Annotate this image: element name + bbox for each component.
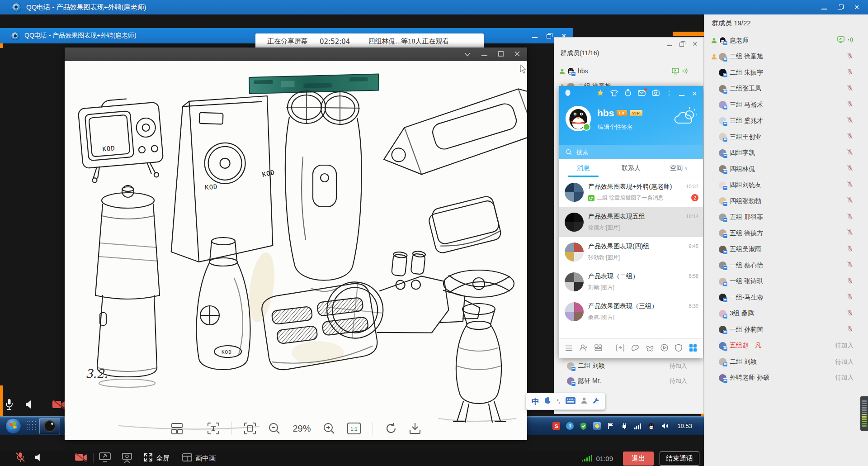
security-icon[interactable] [675, 344, 682, 353]
camera-off-icon[interactable] [52, 399, 66, 412]
start-button[interactable] [5, 418, 21, 434]
help-tray-icon[interactable]: ? [566, 422, 574, 430]
weather-icon[interactable] [673, 107, 697, 128]
ime-user-icon[interactable] [581, 397, 587, 406]
member-row[interactable]: 懿轩 Mr. 待加入 [559, 374, 694, 388]
close-icon[interactable] [692, 41, 698, 47]
edge-volume-meter[interactable] [860, 396, 868, 431]
quick-launch-area[interactable] [26, 420, 36, 432]
member-row[interactable]: 二组 刘颖 待加入 [559, 359, 694, 373]
member-row[interactable]: 扈老师 [707, 33, 865, 49]
layout-icon[interactable] [171, 423, 183, 435]
timer-icon[interactable] [624, 89, 632, 98]
member-row[interactable]: 一组 蔡心怡 [707, 257, 865, 274]
end-call-button[interactable]: 结束通话 [660, 452, 699, 466]
pip-icon[interactable] [182, 453, 192, 463]
member-row[interactable]: 二组 刘颖待加入 [707, 354, 865, 370]
maximize-icon[interactable] [498, 51, 504, 57]
member-row[interactable]: 一组 孙莉茜 [707, 322, 865, 338]
message-item[interactable]: 产品效果图表现(四)组9:45张勃勃:[图片] [559, 237, 703, 267]
volume-tray-icon[interactable] [661, 422, 669, 430]
member-row[interactable]: 三组 盛兆才 [707, 113, 865, 129]
user-avatar[interactable] [566, 106, 591, 131]
star-icon[interactable] [597, 89, 604, 98]
qq-show-icon[interactable] [631, 344, 639, 353]
mini-window-icon[interactable] [616, 344, 624, 353]
mail-icon[interactable] [638, 90, 646, 98]
download-icon[interactable] [409, 422, 421, 435]
network-signal-tray-icon[interactable] [634, 422, 642, 430]
chevron-down-icon[interactable] [464, 51, 471, 57]
restore-icon[interactable] [837, 5, 844, 10]
member-row[interactable]: 四组林侃 [707, 161, 865, 177]
ime-punctuation-icon[interactable]: °, [557, 398, 560, 404]
zoom-in-icon[interactable] [323, 422, 335, 435]
apps-grid-icon[interactable] [689, 344, 697, 354]
member-row[interactable]: 三组 马裕禾 [707, 97, 865, 113]
speaker-icon[interactable] [34, 453, 43, 464]
game-center-icon[interactable] [646, 344, 654, 353]
speaker-icon[interactable] [25, 399, 35, 411]
taskbar-clock[interactable]: 10:53 [677, 423, 692, 429]
minimize-icon[interactable] [679, 91, 685, 96]
whiteboard-icon[interactable] [122, 452, 132, 465]
ime-chinese-mode-icon[interactable]: 中 [532, 396, 539, 407]
fit-screen-icon[interactable] [244, 422, 256, 435]
power-plug-tray-icon[interactable] [620, 422, 628, 430]
main-menu-icon[interactable] [565, 345, 573, 353]
member-row[interactable]: 一组-马生蓉 [707, 290, 865, 306]
ime-keyboard-icon[interactable] [566, 397, 576, 406]
member-row[interactable]: 四组刘统友 [707, 177, 865, 194]
signature-link[interactable]: 编辑个性签名 [598, 123, 633, 131]
ime-halfmoon-icon[interactable] [545, 397, 551, 405]
ocr-extract-icon[interactable] [207, 422, 220, 435]
close-icon[interactable] [691, 91, 698, 96]
minimize-icon[interactable] [532, 33, 538, 38]
member-row[interactable]: 四组李凯 [707, 145, 865, 162]
shield-tray-icon[interactable] [580, 422, 587, 430]
exit-button[interactable]: 退出 [623, 452, 654, 466]
member-row[interactable]: 外聘老师 孙硕待加入 [707, 370, 865, 386]
taskbar-item-active[interactable] [39, 418, 60, 434]
member-row[interactable]: 二组 朱振宇 [707, 65, 865, 81]
video-icon[interactable] [660, 344, 668, 353]
camera-icon[interactable] [652, 90, 660, 98]
qq-penguin-tray-icon[interactable] [647, 422, 655, 430]
fullscreen-icon[interactable] [144, 453, 153, 464]
member-row[interactable]: 四组张勃勃 [707, 193, 865, 209]
member-row[interactable]: 三组王创业 [707, 129, 865, 145]
flag-tray-icon[interactable] [607, 422, 614, 430]
more-menu-icon[interactable]: ⋮ [666, 91, 672, 96]
share-screen-icon[interactable] [99, 452, 111, 464]
ime-wrench-icon[interactable] [593, 397, 599, 406]
member-row[interactable]: 五组吴淑雨 [707, 242, 865, 258]
search-input[interactable] [576, 148, 668, 156]
app-tray-icon[interactable] [593, 422, 601, 430]
member-row[interactable]: 五组赵一凡待加入 [707, 338, 865, 354]
member-row[interactable]: 二组张玉凤 [707, 81, 865, 97]
minimize-icon[interactable] [666, 41, 673, 47]
search-bar[interactable] [559, 145, 703, 159]
restore-icon[interactable] [546, 33, 552, 38]
message-item[interactable]: 产品表现（二组）8:58刘颖:[图片] [559, 267, 703, 297]
add-friend-icon[interactable] [580, 344, 588, 353]
member-row[interactable]: 二组 徐童旭 [707, 49, 865, 65]
member-row[interactable]: hbs [559, 64, 694, 78]
tab-messages[interactable]: 消息 [559, 159, 607, 177]
message-item[interactable]: 产品效果图表现+外聘(扈老师)10:37二组 徐童旭撤回了一条消息2 [559, 177, 703, 207]
tab-contacts[interactable]: 联系人 [607, 159, 655, 177]
member-row[interactable]: 五组 徐德方 [707, 225, 865, 242]
minimize-icon[interactable] [821, 5, 827, 10]
mic-muted-icon[interactable] [15, 452, 25, 465]
zoom-out-icon[interactable] [268, 422, 281, 435]
message-item[interactable]: 产品效果图表现五组10:14徐德方:[图片] [559, 207, 703, 237]
member-row[interactable]: 一组 张诗琪 [707, 274, 865, 290]
rotate-icon[interactable] [385, 422, 397, 435]
microphone-icon[interactable] [5, 399, 14, 412]
actual-size-icon[interactable]: 1:1 [347, 423, 361, 434]
dress-up-icon[interactable] [610, 90, 618, 98]
folder-icon[interactable] [594, 344, 602, 353]
member-row[interactable]: 3组 桑腾 [707, 306, 865, 322]
minimize-icon[interactable] [481, 51, 487, 57]
fullscreen-label[interactable]: 全屏 [156, 454, 170, 463]
